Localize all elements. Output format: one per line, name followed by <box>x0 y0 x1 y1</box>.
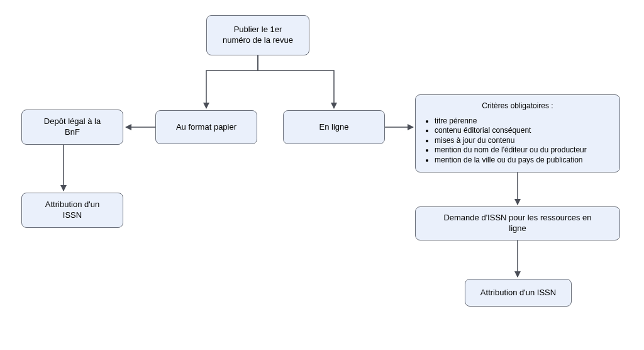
node-text-line2: numéro de la revue <box>223 35 293 45</box>
node-text-line2: ISSN <box>63 210 82 220</box>
criteres-list: titre pérenne contenu éditorial conséque… <box>425 116 587 166</box>
node-text-line1: Publier le 1er <box>234 25 282 34</box>
criteres-item: mention du nom de l'éditeur ou du produc… <box>435 145 587 155</box>
node-text: Attribution d'un ISSN <box>45 200 99 221</box>
node-text: Attribution d'un ISSN <box>480 288 556 298</box>
node-text-line1: Depôt légal à la <box>44 116 101 126</box>
node-text: Demande d'ISSN pour les ressources en li… <box>443 213 591 234</box>
node-attribution-1: Attribution d'un ISSN <box>21 193 123 228</box>
node-enligne: En ligne <box>283 110 385 144</box>
node-criteres: Critères obligatoires : titre pérenne co… <box>415 94 620 172</box>
node-text: Publier le 1er numéro de la revue <box>223 25 293 46</box>
criteres-item: titre pérenne <box>435 116 587 127</box>
edge-start-enligne <box>258 55 334 108</box>
criteres-item: mention de la ville ou du pays de public… <box>435 155 587 166</box>
node-text-line1: Attribution d'un <box>45 200 99 209</box>
node-demande: Demande d'ISSN pour les ressources en li… <box>415 206 620 240</box>
criteres-item: mises à jour du contenu <box>435 136 587 146</box>
node-text: Depôt légal à la BnF <box>44 116 101 138</box>
criteres-heading: Critères obligatoires : <box>482 101 553 111</box>
criteres-item: contenu éditorial conséquent <box>435 126 587 136</box>
node-text-line1: Demande d'ISSN pour les ressources en <box>443 213 591 222</box>
node-attribution-2: Attribution d'un ISSN <box>465 279 572 307</box>
node-depot: Depôt légal à la BnF <box>21 110 123 145</box>
node-start: Publier le 1er numéro de la revue <box>206 15 309 55</box>
node-text: En ligne <box>319 122 349 133</box>
node-papier: Au format papier <box>155 110 257 144</box>
node-text: Au format papier <box>176 122 236 133</box>
edge-start-papier <box>206 55 258 108</box>
node-text-line2: BnF <box>65 127 80 137</box>
node-text-line2: ligne <box>509 223 526 233</box>
